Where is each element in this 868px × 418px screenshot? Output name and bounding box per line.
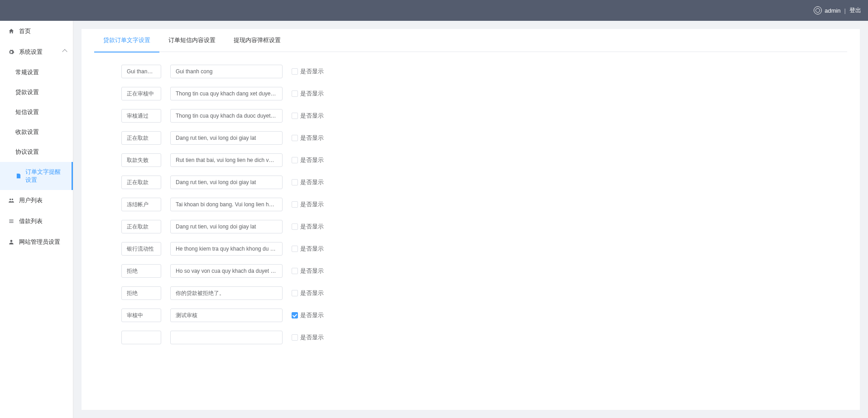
form-row: 是否显示: [121, 65, 847, 78]
checkbox-label: 是否显示: [300, 134, 324, 142]
sidebar-item-loans[interactable]: 借款列表: [0, 211, 73, 232]
form-row: 是否显示: [121, 131, 847, 145]
checkbox-label: 是否显示: [300, 178, 324, 186]
show-toggle[interactable]: 是否显示: [292, 67, 324, 76]
row-content-input[interactable]: [170, 242, 283, 256]
form-row: 是否显示: [121, 309, 847, 322]
row-name-input[interactable]: [121, 242, 161, 256]
row-name-input[interactable]: [121, 220, 161, 233]
form-row: 是否显示: [121, 286, 847, 300]
show-checkbox[interactable]: [292, 246, 298, 252]
row-name-input[interactable]: [121, 309, 161, 322]
sidebar-item-label: 收款设置: [15, 128, 39, 136]
row-content-input[interactable]: [170, 65, 283, 78]
row-content-input[interactable]: [170, 264, 283, 278]
show-checkbox[interactable]: [292, 179, 298, 185]
form-row: 是否显示: [121, 153, 847, 167]
show-checkbox[interactable]: [292, 201, 298, 208]
show-checkbox[interactable]: [292, 135, 298, 141]
checkbox-label: 是否显示: [300, 267, 324, 275]
gear-icon: [8, 49, 14, 55]
show-toggle[interactable]: 是否显示: [292, 311, 324, 319]
sidebar-item-pay[interactable]: 收款设置: [0, 122, 73, 142]
header: admin | 登出: [0, 0, 868, 21]
show-toggle[interactable]: 是否显示: [292, 112, 324, 120]
row-name-input[interactable]: [121, 198, 161, 211]
show-toggle[interactable]: 是否显示: [292, 178, 324, 186]
row-name-input[interactable]: [121, 87, 161, 100]
row-content-input[interactable]: [170, 286, 283, 300]
sidebar-item-users[interactable]: 用户列表: [0, 190, 73, 211]
show-toggle[interactable]: 是否显示: [292, 333, 324, 342]
tab-withdraw-popup[interactable]: 提现内容弹框设置: [225, 29, 290, 52]
show-toggle[interactable]: 是否显示: [292, 267, 324, 275]
sidebar-item-label: 订单文字提醒设置: [25, 168, 63, 184]
sidebar-item-label: 短信设置: [15, 108, 39, 116]
show-checkbox[interactable]: [292, 90, 298, 97]
tab-loan-order-text[interactable]: 贷款订单文字设置: [94, 29, 159, 52]
checkbox-label: 是否显示: [300, 245, 324, 253]
row-name-input[interactable]: [121, 131, 161, 145]
form-rows: 是否显示是否显示是否显示是否显示是否显示是否显示是否显示是否显示是否显示是否显示…: [94, 52, 847, 344]
checkbox-label: 是否显示: [300, 156, 324, 164]
sidebar-item-ordertext[interactable]: 订单文字提醒设置: [0, 162, 73, 190]
show-checkbox[interactable]: [292, 312, 298, 318]
list-icon: [8, 218, 14, 224]
show-checkbox[interactable]: [292, 223, 298, 230]
row-content-input[interactable]: [170, 109, 283, 123]
sidebar-item-sms[interactable]: 短信设置: [0, 102, 73, 122]
row-name-input[interactable]: [121, 109, 161, 123]
row-content-input[interactable]: [170, 331, 283, 344]
show-checkbox[interactable]: [292, 113, 298, 119]
show-checkbox[interactable]: [292, 68, 298, 75]
row-content-input[interactable]: [170, 176, 283, 189]
checkbox-label: 是否显示: [300, 311, 324, 319]
sidebar-item-protocol[interactable]: 协议设置: [0, 142, 73, 162]
row-content-input[interactable]: [170, 87, 283, 100]
form-row: 是否显示: [121, 87, 847, 100]
sidebar-item-system[interactable]: 系统设置: [0, 42, 73, 62]
show-toggle[interactable]: 是否显示: [292, 223, 324, 231]
avatar-icon: [814, 6, 822, 14]
chevron-up-icon: [62, 49, 67, 54]
content-panel: 贷款订单文字设置 订单短信内容设置 提现内容弹框设置 是否显示是否显示是否显示是…: [82, 29, 860, 410]
row-name-input[interactable]: [121, 153, 161, 167]
show-checkbox[interactable]: [292, 268, 298, 274]
sidebar-item-loan[interactable]: 贷款设置: [0, 82, 73, 102]
sidebar-item-label: 用户列表: [19, 196, 43, 204]
row-content-input[interactable]: [170, 309, 283, 322]
users-icon: [8, 197, 14, 204]
show-checkbox[interactable]: [292, 290, 298, 296]
user-info[interactable]: admin: [814, 6, 840, 14]
main-scroll[interactable]: 贷款订单文字设置 订单短信内容设置 提现内容弹框设置 是否显示是否显示是否显示是…: [73, 21, 868, 418]
show-toggle[interactable]: 是否显示: [292, 200, 324, 209]
tab-order-sms-content[interactable]: 订单短信内容设置: [159, 29, 225, 52]
sidebar-item-general[interactable]: 常规设置: [0, 62, 73, 82]
row-name-input[interactable]: [121, 331, 161, 344]
row-name-input[interactable]: [121, 65, 161, 78]
show-toggle[interactable]: 是否显示: [292, 90, 324, 98]
form-row: 是否显示: [121, 220, 847, 233]
show-toggle[interactable]: 是否显示: [292, 156, 324, 164]
sidebar-item-admins[interactable]: 网站管理员设置: [0, 232, 73, 252]
show-checkbox[interactable]: [292, 334, 298, 341]
row-content-input[interactable]: [170, 220, 283, 233]
row-content-input[interactable]: [170, 198, 283, 211]
sidebar-item-home[interactable]: 首页: [0, 21, 73, 42]
show-toggle[interactable]: 是否显示: [292, 289, 324, 297]
row-name-input[interactable]: [121, 264, 161, 278]
row-name-input[interactable]: [121, 176, 161, 189]
row-name-input[interactable]: [121, 286, 161, 300]
form-row: 是否显示: [121, 176, 847, 189]
show-checkbox[interactable]: [292, 157, 298, 163]
row-content-input[interactable]: [170, 131, 283, 145]
show-toggle[interactable]: 是否显示: [292, 134, 324, 142]
show-toggle[interactable]: 是否显示: [292, 245, 324, 253]
form-row: 是否显示: [121, 264, 847, 278]
form-row: 是否显示: [121, 109, 847, 123]
logout-link[interactable]: 登出: [849, 6, 861, 14]
sidebar-item-label: 协议设置: [15, 148, 39, 156]
sidebar: 首页 系统设置 常规设置 贷款设置 短信设置 收款设置 协议设置 订单文字提醒设…: [0, 21, 73, 418]
row-content-input[interactable]: [170, 153, 283, 167]
checkbox-label: 是否显示: [300, 112, 324, 120]
